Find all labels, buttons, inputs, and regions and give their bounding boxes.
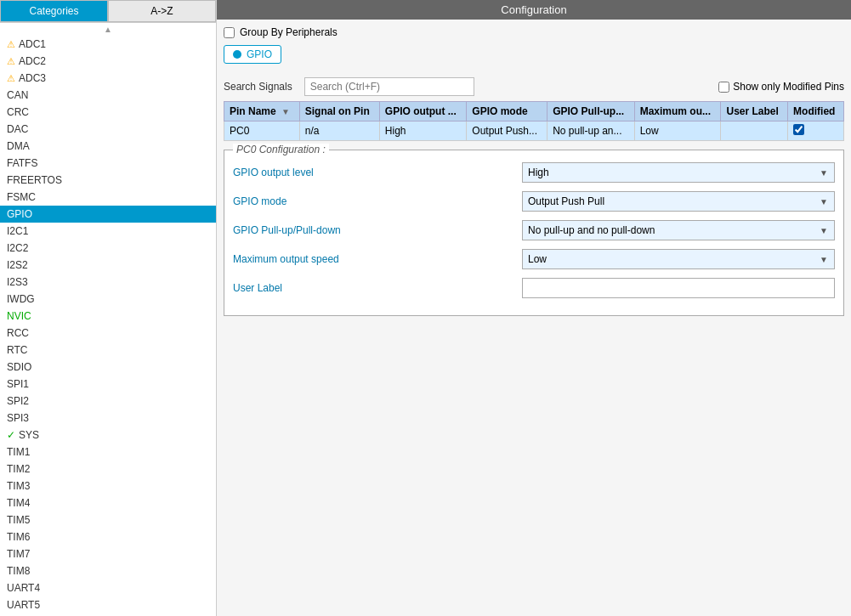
sidebar-item-spi2[interactable]: SPI2 (0, 393, 216, 410)
config-row-max-output-speed: Maximum output speedLowMediumHighVery Hi… (233, 249, 835, 269)
config-row-gpio-mode: GPIO modeOutput Push PullOutput Open Dra… (233, 191, 835, 212)
sidebar-label-tim5: TIM5 (7, 514, 30, 526)
select-wrapper-gpio-output-level: LowHigh (522, 162, 835, 183)
sidebar-label-tim2: TIM2 (7, 463, 30, 475)
sidebar-item-uart4[interactable]: UART4 (0, 579, 216, 596)
select-gpio-mode[interactable]: Output Push PullOutput Open DrainInputAn… (522, 191, 835, 212)
sidebar-label-dma: DMA (7, 140, 30, 152)
input-user-label[interactable] (522, 278, 835, 298)
sidebar-item-tim8[interactable]: TIM8 (0, 562, 216, 579)
config-label-max-output-speed: Maximum output speed (233, 253, 522, 265)
group-by-checkbox[interactable] (224, 27, 235, 38)
sidebar-label-tim1: TIM1 (7, 446, 30, 458)
sidebar-item-i2c1[interactable]: I2C1 (0, 223, 216, 240)
col-gpio-output[interactable]: GPIO output ... (379, 102, 467, 122)
sidebar-item-i2s3[interactable]: I2S3 (0, 274, 216, 291)
tab-categories[interactable]: Categories (0, 0, 108, 22)
sidebar: Categories A->Z ▲ ⚠ADC1⚠ADC2⚠ADC3CANCRCD… (0, 0, 217, 616)
sidebar-label-sdio: SDIO (7, 361, 31, 373)
col-gpio-mode[interactable]: GPIO mode (467, 102, 547, 122)
sidebar-label-fsmc: FSMC (7, 191, 36, 203)
col-modified[interactable]: Modified (788, 102, 844, 122)
sidebar-item-fsmc[interactable]: FSMC (0, 189, 216, 206)
gpio-tab-label: GPIO (247, 48, 272, 60)
sidebar-label-i2c2: I2C2 (7, 242, 28, 254)
sidebar-item-i2c2[interactable]: I2C2 (0, 240, 216, 257)
sidebar-item-sdio[interactable]: SDIO (0, 359, 216, 376)
sidebar-label-fatfs: FATFS (7, 157, 37, 169)
pin-table: Pin Name ▼ Signal on Pin GPIO output ...… (224, 101, 844, 141)
sidebar-label-freertos: FREERTOS (7, 174, 62, 186)
content-area: Configuration Group By Peripherals GPIO … (217, 0, 851, 616)
sidebar-item-tim7[interactable]: TIM7 (0, 545, 216, 562)
pc0-fields: GPIO output levelLowHighGPIO modeOutput … (233, 162, 835, 298)
sidebar-item-uart5[interactable]: UART5 (0, 596, 216, 613)
show-modified-checkbox[interactable] (718, 82, 729, 93)
sidebar-item-tim1[interactable]: TIM1 (0, 444, 216, 461)
select-wrapper-max-output-speed: LowMediumHighVery High (522, 249, 835, 269)
sidebar-item-sys[interactable]: ✓SYS (0, 427, 216, 444)
cell-gpio-pullup: No pull-up an... (547, 122, 635, 141)
sidebar-label-iwdg: IWDG (7, 293, 35, 305)
sidebar-item-spi3[interactable]: SPI3 (0, 410, 216, 427)
sidebar-item-iwdg[interactable]: IWDG (0, 291, 216, 308)
search-row: Search Signals Show only Modified Pins (224, 77, 844, 96)
sidebar-label-rtc: RTC (7, 344, 27, 356)
search-input[interactable] (304, 77, 474, 96)
modified-checkbox[interactable] (793, 124, 804, 135)
sidebar-item-rtc[interactable]: RTC (0, 342, 216, 359)
config-label-user-label: User Label (233, 282, 522, 294)
select-wrapper-gpio-mode: Output Push PullOutput Open DrainInputAn… (522, 191, 835, 212)
sidebar-scroll: ⚠ADC1⚠ADC2⚠ADC3CANCRCDACDMAFATFSFREERTOS… (0, 36, 216, 616)
col-user-label[interactable]: User Label (721, 102, 788, 122)
pc0-config-title: PC0 Configuration : (233, 144, 329, 155)
config-label-gpio-output-level: GPIO output level (233, 167, 522, 178)
sidebar-item-dma[interactable]: DMA (0, 138, 216, 155)
table-row[interactable]: PC0n/aHighOutput Push...No pull-up an...… (224, 122, 844, 141)
col-max-output[interactable]: Maximum ou... (634, 102, 721, 122)
sidebar-item-dac[interactable]: DAC (0, 121, 216, 138)
select-wrapper-gpio-pullup-pulldown: No pull-up and no pull-downPull-upPull-d… (522, 220, 835, 240)
sidebar-item-adc1[interactable]: ⚠ADC1 (0, 36, 216, 53)
sidebar-item-can[interactable]: CAN (0, 87, 216, 104)
tab-az[interactable]: A->Z (108, 0, 216, 22)
col-signal-on-pin[interactable]: Signal on Pin (299, 102, 379, 122)
cell-signal: n/a (299, 122, 379, 141)
cell-user-label (721, 122, 788, 141)
sidebar-tabs: Categories A->Z (0, 0, 216, 23)
sidebar-item-tim6[interactable]: TIM6 (0, 528, 216, 545)
select-gpio-pullup-pulldown[interactable]: No pull-up and no pull-downPull-upPull-d… (522, 220, 835, 240)
sidebar-item-tim5[interactable]: TIM5 (0, 511, 216, 528)
sidebar-item-tim3[interactable]: TIM3 (0, 478, 216, 494)
sidebar-item-crc[interactable]: CRC (0, 104, 216, 121)
config-row-gpio-pullup-pulldown: GPIO Pull-up/Pull-downNo pull-up and no … (233, 220, 835, 240)
cell-gpio-output: High (379, 122, 467, 141)
sidebar-item-freertos[interactable]: FREERTOS (0, 172, 216, 189)
sidebar-item-i2s2[interactable]: I2S2 (0, 257, 216, 274)
sidebar-item-fatfs[interactable]: FATFS (0, 155, 216, 172)
col-pin-name[interactable]: Pin Name ▼ (224, 102, 300, 122)
sidebar-label-spi1: SPI1 (7, 378, 29, 390)
gpio-tab[interactable]: GPIO (224, 45, 281, 64)
sidebar-item-nvic[interactable]: NVIC (0, 308, 216, 325)
config-label-gpio-mode: GPIO mode (233, 195, 522, 207)
sidebar-label-tim8: TIM8 (7, 565, 30, 577)
sidebar-label-uart5: UART5 (7, 599, 40, 611)
sidebar-item-tim2[interactable]: TIM2 (0, 461, 216, 478)
sidebar-label-sys: SYS (19, 429, 39, 441)
sidebar-item-spi1[interactable]: SPI1 (0, 376, 216, 393)
sidebar-item-gpio[interactable]: GPIO (0, 206, 216, 223)
check-icon-sys: ✓ (7, 429, 15, 441)
sidebar-label-adc2: ADC2 (19, 55, 46, 67)
sidebar-item-adc3[interactable]: ⚠ADC3 (0, 70, 216, 87)
sidebar-item-tim4[interactable]: TIM4 (0, 494, 216, 511)
select-max-output-speed[interactable]: LowMediumHighVery High (522, 249, 835, 269)
config-label-gpio-pullup-pulldown: GPIO Pull-up/Pull-down (233, 224, 522, 236)
sidebar-label-tim7: TIM7 (7, 548, 30, 560)
select-gpio-output-level[interactable]: LowHigh (522, 162, 835, 183)
sidebar-item-rcc[interactable]: RCC (0, 325, 216, 342)
col-gpio-pullup[interactable]: GPIO Pull-up... (547, 102, 635, 122)
sidebar-label-i2s3: I2S3 (7, 276, 28, 288)
sidebar-item-adc2[interactable]: ⚠ADC2 (0, 53, 216, 70)
content-title: Configuration (217, 0, 851, 20)
